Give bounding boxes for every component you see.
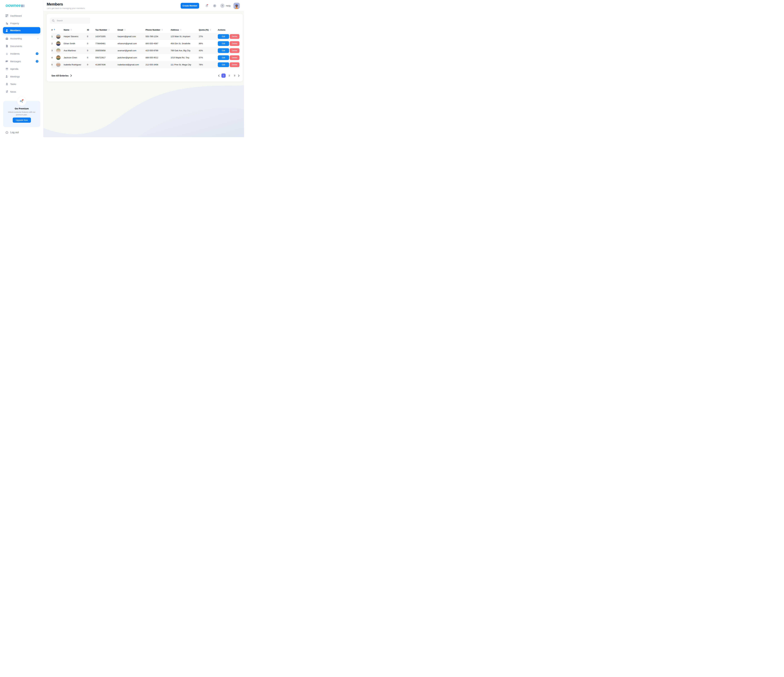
members-icon [6,29,8,32]
upgrade-now-button[interactable]: Upgrade Now [13,118,31,123]
column-header-address[interactable]: Address [171,29,199,31]
sidebar-item-label: Documents [10,45,22,48]
see-all-entries-link[interactable]: See All Enteries [51,75,72,77]
help-label: Help [226,5,231,7]
sidebar-item-dashboard[interactable]: Dashboard [0,12,43,20]
sidebar-item-property[interactable]: Property [0,20,43,27]
member-phone: 888-555-9012 [146,56,171,59]
member-email: harpers@gmail.com [118,35,146,37]
member-address: 123 Main St, Anytown [171,35,199,37]
column-header-id[interactable]: ID [87,29,95,31]
member-email: avamart@gmail.com [118,50,146,52]
sidebar-item-label: Accounting [10,37,22,40]
pagination-page-1[interactable]: 1 [221,73,226,78]
sidebar-item-messages[interactable]: Messages 0 [0,57,43,65]
bell-icon[interactable] [205,4,209,8]
sidebar-item-members[interactable]: Members [3,27,40,34]
sidebar-item-label: Agenda [10,68,18,70]
table-body: 1 Harper Stevens 0 142473305 harpers@gma… [51,33,240,68]
member-avatar [56,34,61,39]
power-icon [6,131,8,134]
logout-button[interactable]: Log out [6,131,19,134]
sort-icon[interactable] [210,29,211,31]
column-header-name[interactable]: Name [56,29,87,31]
member-quota: 76% [199,64,218,66]
table-row: 1 Harper Stevens 0 142473305 harpers@gma… [51,33,240,40]
sidebar-item-label: Property [10,22,19,25]
edit-button[interactable]: Edit [218,48,229,53]
gear-icon[interactable] [213,4,217,8]
sidebar-nav: Dashboard Property Members Accounting › … [0,12,43,96]
edit-button[interactable]: Edit [218,55,229,60]
member-phone: 800-555-4567 [146,42,171,45]
member-quota: 89% [199,42,218,45]
table-row: 3 Ava Martinez 0 308555658 avamart@gmail… [51,47,240,54]
sidebar-item-incidents[interactable]: Incidents 0 [0,50,43,57]
page-title: Members [47,2,63,6]
sort-icon[interactable] [70,29,72,31]
member-avatar [56,41,61,46]
sidebar-item-label: Members [10,29,20,32]
column-header-quota[interactable]: Quota (%) [199,29,218,31]
brand-logo-bars-icon [22,5,25,7]
delete-button[interactable]: Delete [230,55,240,60]
page-header: Members Let’s get back to managing your … [44,0,244,11]
member-tax: 506722617 [95,56,118,59]
sidebar-item-meetings[interactable]: Meetings [0,73,43,81]
member-phone: 555-789-1234 [146,35,171,37]
delete-button[interactable]: Delete [230,48,240,53]
sort-icon[interactable] [180,29,181,31]
search-input[interactable] [57,20,85,22]
sidebar-item-accounting[interactable]: Accounting › [0,35,43,42]
user-avatar[interactable] [233,3,240,9]
help-button[interactable]: ? Help [220,4,231,8]
chevron-right-icon [238,75,240,77]
sort-icon[interactable] [162,29,163,31]
pagination-page-3[interactable]: 3 [233,75,236,77]
member-email: isabellarod@gmail.com [118,64,146,66]
row-num: 1 [51,35,56,37]
sidebar-item-news[interactable]: News [0,88,43,96]
member-name: Ava Martinez [64,50,76,52]
table-row: 5 Isabella Rodriguez 0 413857836 isabell… [51,61,240,68]
create-member-button[interactable]: Create Member [180,3,199,9]
pagination-page-2[interactable]: 2 [227,75,231,77]
member-avatar [56,56,61,60]
row-num: 4 [51,56,56,59]
sort-icon[interactable] [54,29,55,31]
go-premium-card: Go Premium Unlock exclusive features wit… [3,101,40,127]
table-row: 2 Ethan Smith 0 778849461 ethansm@gmail.… [51,40,240,47]
pagination-next-button[interactable] [238,75,240,77]
column-header-tax[interactable]: Tax Number [95,29,118,31]
delete-button[interactable]: Delete [230,34,240,39]
sort-icon[interactable] [124,29,126,31]
member-id: 0 [87,35,95,37]
sidebar-item-label: Meetings [10,75,20,78]
delete-button[interactable]: Delete [230,62,240,67]
sidebar-item-label: News [10,90,16,93]
sidebar-item-agenda[interactable]: Agenda [0,65,43,73]
column-header-phone[interactable]: Phone Number [146,29,171,31]
edit-button[interactable]: Edit [218,34,229,39]
table-header-row: # Name ID Tax Number Email Phone Number … [51,26,240,33]
table-footer: See All Enteries 1 2 3 [51,72,240,79]
rocket-icon [17,96,26,106]
edit-button[interactable]: Edit [218,62,229,67]
search-box[interactable] [50,17,90,24]
delete-button[interactable]: Delete [230,41,240,46]
sidebar-item-tasks[interactable]: Tasks [0,81,43,88]
member-address: 1010 Maple Rd, Tiny [171,56,199,59]
sidebar-item-label: Tasks [10,83,16,85]
sidebar-item-documents[interactable]: Documents [0,42,43,50]
meetings-icon [6,75,8,78]
column-header-num[interactable]: # [51,29,56,31]
sidebar-item-label: Dashboard [10,14,22,17]
brand-logo[interactable]: oownee [6,3,25,8]
edit-button[interactable]: Edit [218,41,229,46]
column-header-email[interactable]: Email [118,29,146,31]
sort-icon[interactable] [108,29,110,31]
column-header-actions: Actions [218,29,240,31]
member-id: 0 [87,56,95,59]
logout-label: Log out [10,131,19,134]
pagination-prev-button[interactable] [218,75,219,77]
